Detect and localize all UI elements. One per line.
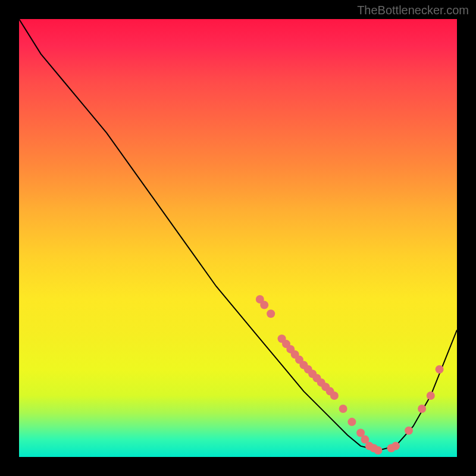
curve-marker [427,392,435,400]
curve-marker [260,301,268,309]
curve-marker [418,405,426,413]
curve-marker [436,365,444,374]
chart-svg [19,19,457,457]
curve-marker [339,405,347,413]
watermark-text: TheBottlenecker.com [357,4,469,17]
chart-area [19,19,457,457]
curve-marker [374,446,383,455]
curve-marker [267,309,275,318]
bottleneck-curve [19,19,457,450]
curve-markers [256,295,444,455]
curve-marker [392,442,400,450]
curve-marker [330,392,339,400]
curve-marker [347,418,356,426]
curve-marker [405,427,413,435]
